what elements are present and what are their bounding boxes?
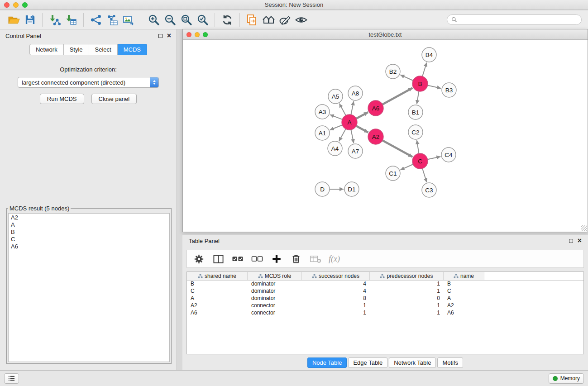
network-canvas[interactable]: B4B2BB3A5A8A6A3B1AC2A1A2A4A7C4CC1C3DD1 (183, 40, 588, 232)
float-control-panel-button[interactable] (158, 34, 163, 38)
search-input[interactable] (459, 16, 577, 24)
node-C[interactable]: C (412, 153, 428, 169)
delete-row-button[interactable] (288, 251, 304, 267)
column-header-name[interactable]: name (444, 272, 484, 280)
edge-C-C1[interactable] (400, 164, 413, 170)
edge-C-C4[interactable] (428, 157, 441, 159)
node-A4[interactable]: A4 (328, 141, 342, 156)
node-C4[interactable]: C4 (441, 148, 456, 162)
edge-A-A4[interactable] (339, 129, 346, 141)
node-A6[interactable]: A6 (368, 100, 383, 116)
column-header-successor-nodes[interactable]: successor nodes (302, 272, 370, 280)
zoom-out-button[interactable] (162, 12, 178, 28)
column-header-predecessor-nodes[interactable]: predecessor nodes (370, 272, 444, 280)
optimization-dropdown[interactable]: largest connected component (directed) (18, 77, 159, 88)
table-row[interactable]: Cdominator41C (187, 288, 583, 295)
column-header-shared-name[interactable]: shared name (187, 272, 248, 280)
minimize-window-button[interactable] (13, 2, 19, 8)
mcds-result-item[interactable]: A2 (9, 214, 169, 221)
function-builder-button[interactable]: f(x) (329, 254, 340, 264)
mcds-result-item[interactable]: C (9, 236, 169, 243)
node-C2[interactable]: C2 (408, 125, 423, 139)
edge-A-A3[interactable] (330, 114, 342, 119)
edge-B-B2[interactable] (400, 75, 413, 81)
edge-A-A7[interactable] (351, 130, 354, 143)
minimize-network-window-button[interactable] (195, 32, 200, 37)
zoom-network-window-button[interactable] (203, 32, 208, 37)
close-table-panel-button[interactable]: × (578, 238, 582, 243)
new-network-button[interactable] (88, 12, 104, 28)
node-C3[interactable]: C3 (422, 183, 436, 197)
tab-edge-table[interactable]: Edge Table (348, 357, 387, 368)
apply-layout-button[interactable] (219, 12, 235, 28)
zoom-window-button[interactable] (22, 2, 28, 8)
clear-table-button[interactable] (307, 251, 324, 267)
column-visibility-button[interactable] (210, 251, 226, 267)
mcds-result-item[interactable]: B (9, 229, 169, 236)
search-box[interactable] (447, 14, 582, 25)
tab-network[interactable]: Network (29, 44, 64, 55)
float-table-panel-button[interactable] (569, 239, 573, 243)
close-window-button[interactable] (4, 2, 10, 8)
run-mcds-button[interactable]: Run MCDS (40, 94, 84, 104)
tab-motifs[interactable]: Motifs (437, 357, 463, 368)
table-settings-button[interactable] (191, 251, 207, 267)
mcds-result-item[interactable]: A6 (9, 243, 169, 250)
tab-node-table[interactable]: Node Table (307, 357, 347, 368)
table-row[interactable]: Adominator80A (187, 295, 583, 302)
edge-A-A5[interactable] (339, 104, 346, 115)
new-table-button[interactable] (104, 12, 120, 28)
resize-grip[interactable] (581, 225, 587, 231)
node-B1[interactable]: B1 (408, 105, 423, 119)
close-panel-button[interactable]: Close panel (91, 94, 137, 104)
tab-style[interactable]: Style (64, 44, 89, 55)
node-D1[interactable]: D1 (344, 182, 359, 196)
zoom-fit-button[interactable] (178, 12, 194, 28)
node-A5[interactable]: A5 (328, 89, 343, 104)
edge-B-B3[interactable] (428, 86, 441, 89)
node-A1[interactable]: A1 (315, 126, 330, 140)
edge-A-A8[interactable] (351, 101, 354, 115)
node-B2[interactable]: B2 (386, 64, 400, 79)
close-network-window-button[interactable] (186, 32, 191, 37)
table-row[interactable]: Bdominator41B (187, 281, 583, 288)
save-session-button[interactable] (22, 12, 38, 28)
memory-button[interactable]: Memory (549, 373, 584, 384)
column-header-MCDS-role[interactable]: MCDS role (248, 272, 302, 280)
open-session-button[interactable] (5, 12, 22, 28)
node-A3[interactable]: A3 (315, 105, 330, 119)
mcds-result-list[interactable]: A2ABCA6 (8, 213, 170, 362)
tab-network-table[interactable]: Network Table (389, 357, 436, 368)
export-image-button[interactable] (120, 12, 137, 28)
node-B3[interactable]: B3 (442, 83, 456, 97)
mcds-result-item[interactable]: A (9, 221, 169, 229)
edge-B-B4[interactable] (422, 62, 427, 76)
tab-mcds[interactable]: MCDS (118, 44, 147, 55)
node-A2[interactable]: A2 (368, 129, 383, 144)
edge-C-C2[interactable] (417, 140, 419, 153)
node-D[interactable]: D (315, 182, 330, 196)
add-row-button[interactable] (268, 251, 285, 267)
deselect-all-button[interactable] (249, 251, 265, 267)
edge-A6-B[interactable] (382, 88, 413, 105)
apply-style-button[interactable] (277, 12, 293, 28)
close-control-panel-button[interactable]: × (167, 33, 171, 38)
import-network-button[interactable] (47, 12, 63, 28)
table-row[interactable]: A6connector11A6 (187, 310, 583, 317)
edge-A2-C[interactable] (382, 140, 413, 157)
tab-select[interactable]: Select (89, 44, 118, 55)
zoom-selected-button[interactable] (194, 12, 210, 28)
node-C1[interactable]: C1 (386, 166, 400, 181)
edge-C-C3[interactable] (422, 168, 427, 182)
show-hide-button[interactable] (293, 12, 309, 28)
edge-A-A2[interactable] (356, 126, 368, 133)
copy-view-button[interactable] (244, 12, 260, 28)
node-A[interactable]: A (342, 114, 357, 130)
edge-B-B1[interactable] (417, 91, 419, 104)
node-B[interactable]: B (412, 76, 428, 91)
import-table-button[interactable] (63, 12, 79, 28)
table-row[interactable]: A2connector11A2 (187, 302, 583, 310)
first-neighbors-button[interactable] (260, 12, 277, 28)
edge-A-A1[interactable] (330, 125, 343, 130)
node-A8[interactable]: A8 (348, 86, 363, 100)
